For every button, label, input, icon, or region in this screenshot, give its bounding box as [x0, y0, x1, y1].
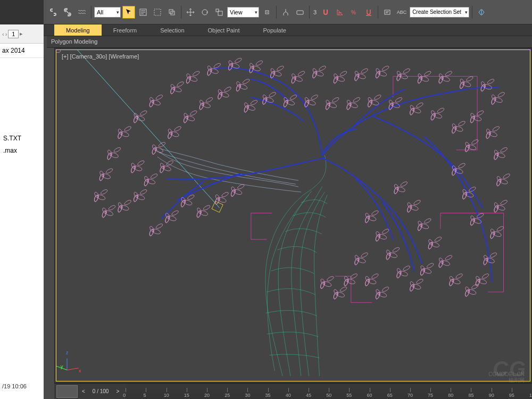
time-tick: 75 [428, 393, 433, 398]
snap-toggle-icon[interactable] [319, 6, 332, 19]
unlink-icon[interactable] [61, 6, 74, 19]
nav-dropdown-icon[interactable]: ▸ [20, 30, 23, 37]
viewport[interactable]: [+] [Camera_30o] [Wireframe] [54, 48, 532, 383]
time-tick: 60 [367, 393, 372, 398]
time-tick: 20 [204, 393, 210, 398]
file-item[interactable]: S.TXT [0, 132, 44, 145]
file-list: S.TXT .max [0, 132, 44, 157]
angle-snap-icon[interactable] [334, 6, 346, 19]
time-tick: 85 [468, 393, 473, 398]
svg-rect-13 [212, 201, 223, 212]
abc-icon[interactable]: ABC [395, 6, 408, 19]
time-prev-icon[interactable]: < [80, 388, 87, 394]
nav-page[interactable]: 1 [8, 30, 19, 38]
viewport-canvas[interactable]: [+] [Camera_30o] [Wireframe] [56, 49, 530, 381]
time-tick: 95 [509, 393, 514, 398]
time-tick: 65 [387, 393, 393, 398]
time-tick: 55 [346, 393, 352, 398]
timeline[interactable]: < 0 / 100 > 0510152025303540455055606570… [54, 383, 532, 399]
time-tick: 25 [225, 393, 230, 398]
tab-freeform[interactable]: Freeform [102, 24, 149, 36]
svg-line-12 [78, 50, 220, 208]
file-item[interactable]: .max [0, 145, 44, 157]
keyboard-shortcut-icon[interactable] [294, 6, 306, 19]
waves-icon[interactable] [76, 6, 88, 19]
spinner-snap-icon[interactable] [362, 6, 375, 19]
select-by-name-icon[interactable] [137, 6, 149, 19]
time-ruler[interactable]: 0510152025303540455055606570758085909510… [126, 384, 532, 399]
selection-set-dropdown[interactable]: Create Selection Set [410, 7, 469, 18]
tree-wireframe [56, 50, 530, 376]
svg-rect-9 [297, 11, 303, 14]
tab-selection[interactable]: Selection [148, 24, 196, 36]
rotate-icon[interactable] [198, 6, 211, 19]
time-tick: 40 [286, 393, 291, 398]
time-tick: 100 [529, 393, 532, 398]
axis-gizmo: x y z [64, 352, 85, 373]
tab-object-paint[interactable]: Object Paint [196, 24, 252, 36]
scale-icon[interactable] [213, 6, 226, 19]
svg-rect-11 [385, 10, 390, 14]
ribbon-tabs: Modeling Freeform Selection Object Paint… [44, 24, 532, 36]
time-tick: 30 [245, 393, 250, 398]
select-cursor-icon[interactable] [122, 6, 135, 19]
time-tick: 5 [143, 393, 146, 398]
time-position: 0 / 100 [87, 388, 114, 394]
svg-rect-1 [154, 9, 161, 15]
snap-value: 3 [313, 9, 317, 15]
time-tick: 50 [326, 393, 331, 398]
time-tick: 70 [408, 393, 413, 398]
tab-populate[interactable]: Populate [251, 24, 297, 36]
main-app: All View 3 % ABC Create Selection Set Mo… [44, 0, 532, 399]
viewport-label[interactable]: [+] [Camera_30o] [Wireframe] [62, 53, 139, 60]
main-toolbar: All View 3 % ABC Create Selection Set [44, 0, 532, 24]
svg-point-14 [56, 50, 61, 53]
nav-forward-icon[interactable]: › [5, 31, 7, 37]
window-crossing-icon[interactable] [165, 6, 178, 19]
coord-system-dropdown[interactable]: View [227, 7, 259, 18]
move-icon[interactable] [184, 6, 197, 19]
pivot-icon[interactable] [261, 6, 273, 19]
time-tick: 90 [489, 393, 494, 398]
percent-snap-icon[interactable]: % [348, 6, 361, 19]
time-tick: 80 [448, 393, 453, 398]
named-selection-edit-icon[interactable] [381, 6, 394, 19]
file-explorer-panel: ‹ › 1 ▸ ax 2014 S.TXT .max /19 10:06 [0, 0, 44, 399]
link-icon[interactable] [47, 6, 60, 19]
time-next-icon[interactable]: > [114, 388, 121, 394]
tab-modeling[interactable]: Modeling [54, 24, 102, 36]
ribbon-section-label: Polygon Modeling [47, 36, 532, 48]
selection-filter-dropdown[interactable]: All [94, 7, 121, 18]
file-date: /19 10:06 [2, 383, 27, 389]
time-tick: 45 [306, 393, 311, 398]
time-tick: 10 [164, 393, 169, 398]
breadcrumb[interactable]: ax 2014 [0, 44, 44, 58]
svg-text:%: % [351, 10, 356, 15]
time-tick: 15 [184, 393, 189, 398]
time-tick: 35 [265, 393, 271, 398]
time-scrubber[interactable] [56, 385, 78, 398]
time-tick: 0 [123, 393, 126, 398]
rect-select-icon[interactable] [151, 6, 164, 19]
nav-back-icon[interactable]: ‹ [2, 31, 4, 37]
manipulate-icon[interactable] [279, 6, 292, 19]
svg-point-4 [202, 10, 207, 15]
mirror-icon[interactable] [475, 6, 488, 19]
explorer-nav: ‹ › 1 ▸ [0, 24, 44, 44]
svg-point-8 [267, 12, 268, 13]
